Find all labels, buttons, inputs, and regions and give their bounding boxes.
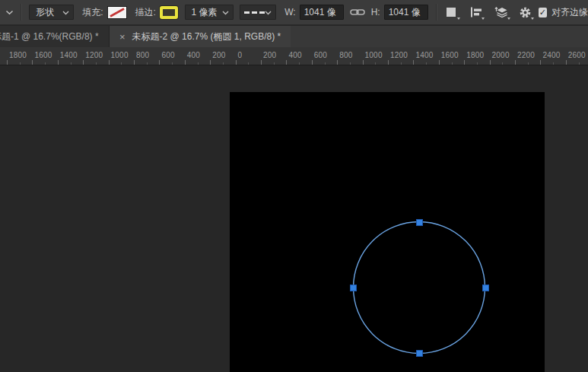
path-anchor-point[interactable] [416, 219, 423, 226]
stroke-swatch[interactable] [160, 6, 178, 19]
ruler-minor-tick [198, 62, 199, 65]
tool-mode-select[interactable]: 形状 [29, 5, 74, 20]
ruler-unit-label: 800 [339, 51, 352, 59]
ruler-minor-tick [502, 62, 503, 65]
ruler-tick [312, 60, 313, 65]
ruler-minor-tick [45, 62, 46, 65]
path-anchor-point[interactable] [482, 285, 489, 291]
chevron-down-icon [62, 7, 69, 17]
tab-title: 未标题-1 @ 16.7%(RGB/8) * [0, 30, 99, 43]
fill-swatch-none[interactable] [107, 6, 127, 19]
ruler-unit-label: 1800 [9, 51, 27, 59]
ruler-unit-label: 1000 [111, 51, 129, 59]
ruler-minor-tick [71, 62, 72, 65]
horizontal-ruler[interactable]: 1800160014001200100080060040020002004006… [0, 47, 588, 65]
ruler-unit-label: 1800 [466, 51, 484, 59]
ruler-minor-tick [528, 62, 529, 65]
gear-icon [519, 6, 532, 19]
tool-preset-chevron-icon[interactable] [5, 10, 14, 15]
document-tab-untitled-1[interactable]: 未标题-1 @ 16.7%(RGB/8) * [0, 26, 110, 48]
align-edges-checkbox[interactable]: ✓ [539, 8, 547, 17]
no-fill-icon [108, 7, 126, 18]
tool-options-bar: 形状 填充: 描边: 1 像素 W: 1041 像 H [0, 0, 588, 25]
ruler-tick [464, 60, 465, 65]
ruler-tick [83, 60, 84, 65]
ruler-minor-tick [248, 62, 249, 65]
width-field[interactable]: 1041 像 [300, 5, 344, 20]
ruler-unit-label: 0 [238, 51, 243, 59]
ruler-tick [490, 60, 491, 65]
stroke-width-select[interactable]: 1 像素 [185, 5, 234, 20]
ruler-tick [58, 60, 59, 65]
document-canvas[interactable] [230, 92, 545, 372]
ruler-minor-tick [350, 62, 351, 65]
ruler-unit-label: 1600 [441, 51, 459, 59]
ruler-tick [363, 60, 364, 65]
height-label: H: [371, 7, 380, 17]
ruler-minor-tick [147, 62, 148, 65]
close-tab-icon[interactable]: × [119, 32, 126, 42]
ruler-unit-label: 1200 [390, 51, 408, 59]
width-label: W: [284, 7, 295, 17]
path-anchor-point[interactable] [350, 285, 357, 291]
ruler-tick [109, 60, 110, 65]
document-tab-bar: 未标题-1 @ 16.7%(RGB/8) * × 未标题-2 @ 16.7% (… [0, 25, 588, 48]
ruler-tick [185, 60, 186, 65]
align-edges-label: 对齐边缘 [551, 6, 588, 19]
ruler-tick [337, 60, 338, 65]
photoshop-window: 形状 填充: 描边: 1 像素 W: 1041 像 H [0, 0, 588, 372]
ruler-minor-tick [172, 62, 173, 65]
divider [21, 4, 22, 21]
ruler-minor-tick [579, 62, 580, 65]
ruler-unit-label: 2600 [568, 51, 586, 59]
stroke-width-value: 1 像素 [192, 6, 218, 19]
ruler-unit-label: 400 [288, 51, 301, 59]
ruler-tick [7, 60, 8, 65]
ruler-tick [413, 60, 414, 65]
ellipse-path [354, 222, 485, 354]
ruler-tick [236, 60, 237, 65]
path-alignment-button[interactable] [469, 3, 482, 21]
path-anchor-point[interactable] [416, 350, 423, 357]
ruler-unit-label: 2000 [492, 51, 510, 59]
ruler-unit-label: 200 [212, 51, 225, 59]
ruler-minor-tick [426, 62, 427, 65]
path-operations-button[interactable] [445, 3, 458, 21]
ruler-minor-tick [452, 62, 453, 65]
ruler-minor-tick [96, 62, 97, 65]
ruler-unit-label: 200 [263, 51, 276, 59]
ruler-unit-label: 2200 [517, 51, 535, 59]
ruler-tick [159, 60, 160, 65]
ruler-unit-label: 1400 [60, 51, 78, 59]
link-dimensions-icon[interactable] [350, 8, 365, 17]
ellipse-path-svg [230, 92, 545, 372]
ruler-minor-tick [477, 62, 478, 65]
tool-mode-value: 形状 [36, 6, 54, 19]
ruler-unit-label: 600 [314, 51, 327, 59]
document-tab-untitled-2[interactable]: × 未标题-2 @ 16.7% (椭圆 1, RGB/8) * [110, 26, 291, 48]
tab-title: 未标题-2 @ 16.7% (椭圆 1, RGB/8) * [132, 30, 281, 43]
ruler-unit-label: 400 [187, 51, 200, 59]
dashed-line-icon [244, 11, 265, 14]
ruler-tick [286, 60, 287, 65]
height-field[interactable]: 1041 像 [384, 5, 428, 20]
stroke-type-select[interactable] [240, 5, 276, 20]
ruler-tick [388, 60, 389, 65]
fill-label: 填充: [82, 6, 103, 19]
ruler-minor-tick [553, 62, 554, 65]
path-arrangement-button[interactable] [494, 3, 508, 21]
divider [436, 4, 437, 21]
ruler-minor-tick [274, 62, 275, 65]
ruler-tick [540, 60, 541, 65]
ruler-minor-tick [375, 62, 376, 65]
chevron-down-icon [222, 7, 229, 17]
chevron-down-icon [265, 7, 272, 17]
arrange-layers-icon [494, 6, 508, 18]
ruler-unit-label: 2400 [542, 51, 560, 59]
workspace-pasteboard[interactable] [0, 65, 588, 372]
ruler-unit-label: 600 [161, 51, 174, 59]
stroke-label: 描边: [135, 6, 156, 19]
shape-options-gear-button[interactable] [518, 3, 531, 21]
ruler-minor-tick [401, 62, 402, 65]
ruler-unit-label: 1200 [85, 51, 103, 59]
